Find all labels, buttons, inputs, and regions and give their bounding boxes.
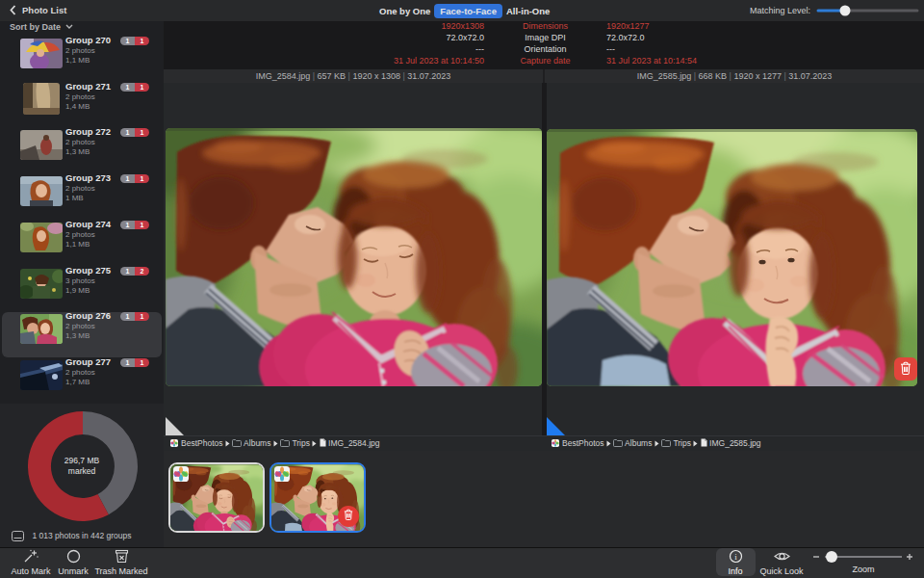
svg-text:i: i [734, 552, 737, 562]
